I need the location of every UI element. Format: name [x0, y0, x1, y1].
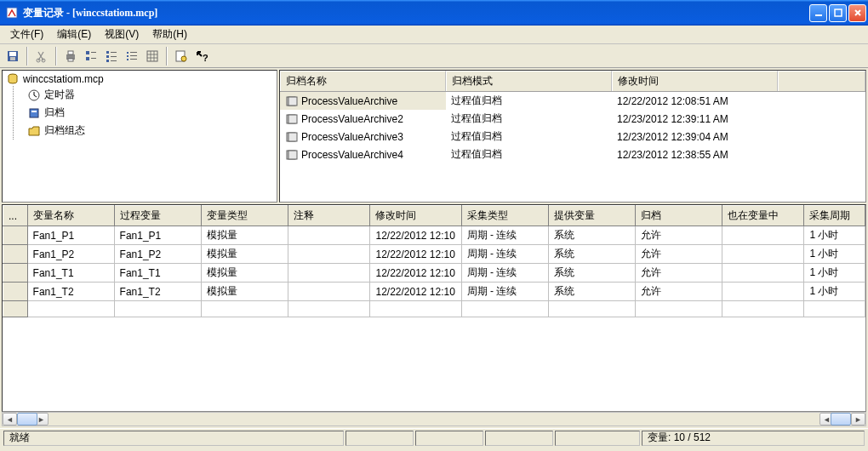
grid-cell[interactable]: 12/22/2012 12:10 — [370, 226, 461, 245]
icon-view-2[interactable] — [102, 47, 121, 66]
help-button[interactable]: ? — [192, 47, 211, 66]
grid-cell[interactable] — [722, 283, 804, 301]
close-button[interactable] — [848, 4, 866, 22]
grid-cell[interactable] — [722, 226, 804, 245]
grid-col-header[interactable]: 注释 — [288, 206, 370, 226]
tree-root[interactable]: winccstatiom.mcp — [6, 72, 277, 86]
grid-cell[interactable]: Fan1_T1 — [27, 264, 114, 283]
grid-cell[interactable] — [288, 226, 370, 245]
grid-cell[interactable] — [288, 245, 370, 264]
grid-cell[interactable]: 系统 — [548, 226, 635, 245]
save-button[interactable] — [3, 47, 22, 66]
grid-cell[interactable]: 模拟量 — [201, 264, 288, 283]
grid-cell[interactable]: 模拟量 — [201, 226, 288, 245]
grid-cell[interactable]: 周期 - 连续 — [461, 264, 548, 283]
grid-cell[interactable] — [288, 264, 370, 283]
grid-col-header[interactable]: 过程变量 — [114, 206, 201, 226]
grid-row[interactable]: Fan1_P2Fan1_P2模拟量12/22/2012 12:10周期 - 连续… — [3, 245, 865, 264]
icon-view-1[interactable] — [82, 47, 100, 66]
grid-col-header[interactable]: 采集周期 — [804, 206, 865, 226]
grid-row-header[interactable] — [3, 283, 28, 301]
grid-cell[interactable]: 系统 — [548, 283, 635, 301]
grid-col-header[interactable]: 修改时间 — [370, 206, 461, 226]
grid-cell[interactable]: Fan1_T2 — [27, 283, 114, 301]
listview-col-mode[interactable]: 归档模式 — [446, 71, 612, 91]
grid-cell[interactable]: 周期 - 连续 — [461, 245, 548, 264]
svg-rect-27 — [147, 51, 157, 61]
grid-cell[interactable]: 模拟量 — [201, 283, 288, 301]
grid-row[interactable]: Fan1_T1Fan1_T1模拟量12/22/2012 12:10周期 - 连续… — [3, 264, 865, 283]
properties-button[interactable] — [172, 47, 191, 66]
list-pane[interactable]: 归档名称 归档模式 修改时间 ProcessValueArchive过程值归档1… — [279, 70, 866, 203]
horizontal-scrollbar[interactable]: ◄ ► ◄ ► — [2, 412, 866, 426]
grid-cell[interactable]: 周期 - 连续 — [461, 283, 548, 301]
grid-row[interactable]: Fan1_P1Fan1_P1模拟量12/22/2012 12:10周期 - 连续… — [3, 226, 865, 245]
grid-cell[interactable]: 12/22/2012 12:10 — [370, 264, 461, 283]
grid-col-header[interactable]: 提供变量 — [548, 206, 635, 226]
grid-cell[interactable]: 允许 — [635, 264, 722, 283]
grid-col-header[interactable]: 采集类型 — [461, 206, 548, 226]
grid-row-header[interactable] — [3, 226, 28, 245]
grid-cell[interactable]: Fan1_T1 — [114, 264, 201, 283]
listview-row[interactable]: ProcessValueArchive3过程值归档12/23/2012 12:3… — [280, 128, 865, 146]
grid-cell[interactable]: Fan1_P1 — [114, 226, 201, 245]
svg-rect-34 — [31, 111, 37, 112]
grid-cell[interactable]: Fan1_P2 — [27, 245, 114, 264]
tree-node-timer[interactable]: 定时器 — [27, 88, 277, 102]
grid-cell[interactable]: 模拟量 — [201, 245, 288, 264]
grid-cell[interactable]: 1 小时 — [804, 283, 865, 301]
tree-node-label: 归档组态 — [44, 123, 85, 138]
scroll-left-button[interactable]: ◄ — [3, 413, 17, 425]
maximize-button[interactable] — [829, 4, 847, 22]
print-button[interactable] — [61, 47, 80, 66]
svg-rect-23 — [127, 59, 128, 60]
grid-cell[interactable]: 允许 — [635, 283, 722, 301]
grid-cell[interactable]: Fan1_T2 — [114, 283, 201, 301]
menu-view[interactable]: 视图(V) — [98, 26, 146, 43]
grid-col-header[interactable]: 变量名称 — [27, 206, 114, 226]
scroll-right-button-2[interactable]: ► — [851, 413, 865, 425]
menu-file[interactable]: 文件(F) — [3, 26, 50, 43]
tree-node-config[interactable]: 归档组态 — [27, 123, 277, 138]
listview-col-blank[interactable] — [778, 71, 865, 91]
grid-cell[interactable] — [722, 264, 804, 283]
listview-row[interactable]: ProcessValueArchive4过程值归档12/23/2012 12:3… — [280, 146, 865, 163]
svg-rect-25 — [130, 55, 137, 56]
grid-cell[interactable]: 系统 — [548, 264, 635, 283]
grid-row-header[interactable] — [3, 245, 28, 264]
grid-cell[interactable]: 12/22/2012 12:10 — [370, 245, 461, 264]
grid-cell[interactable]: 12/22/2012 12:10 — [370, 283, 461, 301]
grid-row-header[interactable] — [3, 264, 28, 283]
tree-pane[interactable]: winccstatiom.mcp 定时器 归档 归档组态 — [2, 70, 277, 203]
variable-grid[interactable]: ...变量名称过程变量变量类型注释修改时间采集类型提供变量归档也在变量中采集周期… — [2, 204, 866, 412]
grid-cell[interactable]: Fan1_P1 — [27, 226, 114, 245]
listview-col-name[interactable]: 归档名称 — [280, 71, 446, 91]
listview-col-time[interactable]: 修改时间 — [612, 71, 778, 91]
icon-view-3[interactable] — [123, 47, 141, 66]
listview-row[interactable]: ProcessValueArchive过程值归档12/22/2012 12:08… — [280, 92, 865, 110]
grid-cell[interactable]: 1 小时 — [804, 226, 865, 245]
grid-cell[interactable]: Fan1_P2 — [114, 245, 201, 264]
minimize-button[interactable] — [809, 4, 827, 22]
grid-cell[interactable]: 允许 — [635, 226, 722, 245]
grid-col-header[interactable]: 归档 — [635, 206, 722, 226]
grid-row-empty[interactable] — [3, 301, 865, 317]
grid-cell[interactable]: 周期 - 连续 — [461, 226, 548, 245]
cut-button[interactable] — [32, 47, 51, 66]
grid-cell[interactable]: 系统 — [548, 245, 635, 264]
menu-edit[interactable]: 编辑(E) — [50, 26, 98, 43]
grid-col-header[interactable]: 也在变量中 — [722, 206, 804, 226]
grid-cell[interactable] — [288, 283, 370, 301]
listview-row[interactable]: ProcessValueArchive2过程值归档12/23/2012 12:3… — [280, 110, 865, 128]
icon-view-4[interactable] — [143, 47, 162, 66]
grid-cell[interactable] — [722, 245, 804, 264]
tree-node-archive[interactable]: 归档 — [27, 106, 277, 120]
grid-row[interactable]: Fan1_T2Fan1_T2模拟量12/22/2012 12:10周期 - 连续… — [3, 283, 865, 301]
grid-cell[interactable]: 1 小时 — [804, 245, 865, 264]
menu-help[interactable]: 帮助(H) — [146, 26, 194, 43]
listview-cell: ProcessValueArchive3 — [301, 131, 403, 143]
grid-cell[interactable]: 1 小时 — [804, 264, 865, 283]
grid-cell[interactable]: 允许 — [635, 245, 722, 264]
grid-col-header[interactable]: 变量类型 — [201, 206, 288, 226]
svg-rect-11 — [86, 51, 89, 54]
